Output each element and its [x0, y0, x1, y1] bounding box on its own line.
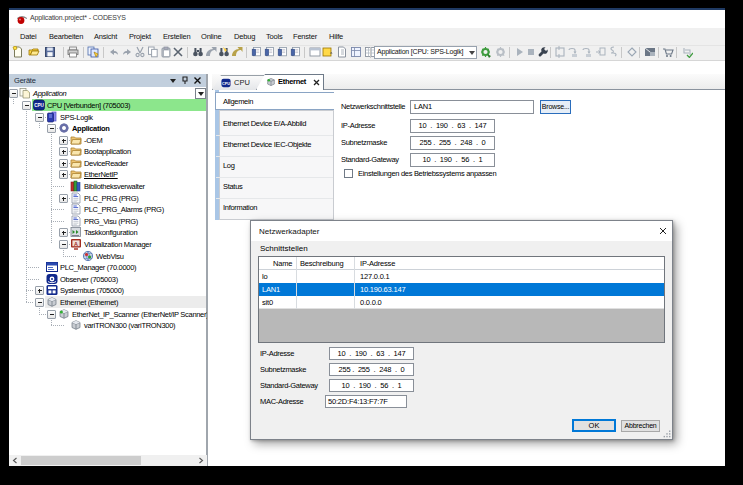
svg-text:CPU: CPU — [34, 103, 44, 108]
svg-text:A: A — [74, 241, 78, 247]
svg-text:CPU: CPU — [222, 82, 230, 86]
